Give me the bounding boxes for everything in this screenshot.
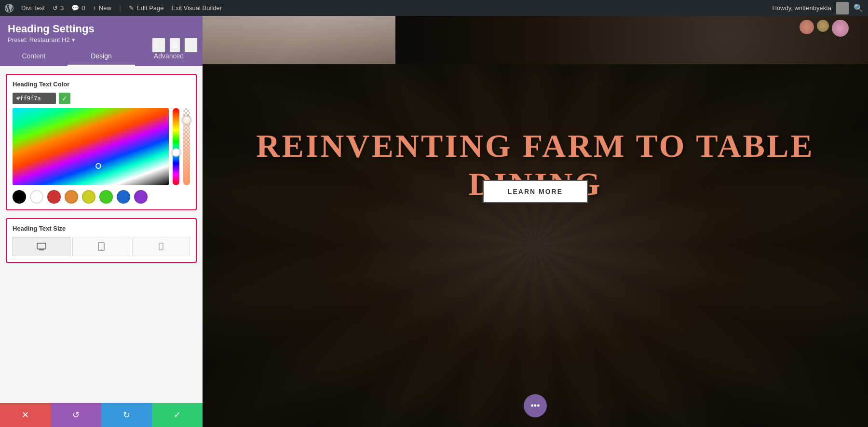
color-area[interactable] xyxy=(13,108,169,185)
hue-slider[interactable] xyxy=(173,108,179,185)
color-hex-row: ✓ xyxy=(13,93,190,104)
site-name[interactable]: Divi Test xyxy=(21,4,45,12)
howdy-text: Howdy, writtenbyekta xyxy=(772,4,831,12)
top-image-left xyxy=(203,16,395,64)
learn-more-button[interactable]: LEARN MORE xyxy=(483,180,588,203)
desktop-icon xyxy=(37,243,46,250)
color-section-label: Heading Text Color xyxy=(13,81,190,88)
edit-page-link[interactable]: ✎ Edit Page xyxy=(129,4,163,12)
confirm-icon: ✓ xyxy=(174,410,181,420)
panel-body: Heading Text Color ✓ xyxy=(0,74,203,263)
food-item xyxy=(817,20,829,32)
color-picker-row xyxy=(13,108,190,185)
cancel-button[interactable]: ✕ xyxy=(0,403,51,427)
undo-icon: ↺ xyxy=(72,410,80,420)
color-swatches xyxy=(13,190,190,204)
swatch-blue[interactable] xyxy=(117,190,130,204)
admin-bar-right: Howdy, writtenbyekta 🔍 xyxy=(772,2,863,14)
panel-actions: ✕ ↺ ↻ ✓ xyxy=(0,403,203,427)
top-images xyxy=(203,16,868,64)
undo-button[interactable]: ↺ xyxy=(51,403,101,427)
panel-header-icons: ⛶ ⧉ ⋮ xyxy=(152,38,198,53)
wordpress-logo-icon[interactable] xyxy=(5,4,14,13)
tab-content[interactable]: Content xyxy=(0,47,68,66)
panel-header: Heading Settings Preset: Restaurant H2 ▾… xyxy=(0,16,203,47)
fullscreen-button[interactable]: ⛶ xyxy=(152,38,165,53)
cancel-icon: ✕ xyxy=(22,410,29,420)
device-size-buttons xyxy=(13,237,190,256)
panel-title: Heading Settings xyxy=(8,23,195,35)
separator: | xyxy=(119,4,121,13)
pencil-icon: ✎ xyxy=(129,4,134,12)
text-size-section: Heading Text Size xyxy=(6,218,197,263)
exit-builder-button[interactable]: Exit Visual Builder xyxy=(172,4,222,12)
phone-size-button[interactable] xyxy=(132,237,190,256)
opacity-slider[interactable] xyxy=(183,108,190,185)
tablet-icon xyxy=(98,242,105,251)
text-size-label: Heading Text Size xyxy=(13,225,190,232)
preset-chevron-icon: ▾ xyxy=(72,36,75,43)
swatch-orange[interactable] xyxy=(65,190,78,204)
phone-icon xyxy=(159,243,163,250)
bottom-builder-button[interactable]: ••• xyxy=(524,394,547,417)
admin-bar: Divi Test ↺ 3 💬 0 + New | ✎ Edit Page Ex… xyxy=(0,0,868,16)
settings-panel: Heading Settings Preset: Restaurant H2 ▾… xyxy=(0,16,203,427)
top-image-right xyxy=(395,16,868,64)
swatch-white[interactable] xyxy=(30,190,43,204)
color-hex-input[interactable] xyxy=(13,93,56,104)
revisions-link[interactable]: ↺ 3 xyxy=(53,4,64,12)
swatch-purple[interactable] xyxy=(134,190,148,204)
color-confirm-button[interactable]: ✓ xyxy=(59,93,70,104)
hero-background xyxy=(203,64,868,427)
revisions-icon: ↺ xyxy=(53,4,58,12)
svg-point-5 xyxy=(101,249,102,250)
swatch-black[interactable] xyxy=(13,190,26,204)
new-button[interactable]: + New xyxy=(93,4,111,12)
hue-thumb[interactable] xyxy=(172,148,180,157)
opacity-thumb[interactable] xyxy=(182,116,191,124)
color-cursor xyxy=(95,163,101,169)
swatch-red[interactable] xyxy=(47,190,61,204)
desktop-size-button[interactable] xyxy=(13,237,70,256)
svg-point-7 xyxy=(161,248,162,249)
food-item xyxy=(800,20,814,34)
search-icon[interactable]: 🔍 xyxy=(854,3,863,13)
user-avatar xyxy=(836,2,849,14)
plus-icon: + xyxy=(93,4,96,12)
comments-link[interactable]: 💬 0 xyxy=(71,4,85,12)
comments-icon: 💬 xyxy=(71,4,79,12)
tablet-size-button[interactable] xyxy=(72,237,130,256)
tab-design[interactable]: Design xyxy=(68,47,135,66)
confirm-button[interactable]: ✓ xyxy=(152,403,203,427)
swatch-green[interactable] xyxy=(99,190,113,204)
color-gradient-field[interactable] xyxy=(13,108,169,185)
redo-button[interactable]: ↻ xyxy=(101,403,152,427)
dots-icon: ••• xyxy=(531,401,540,411)
main-content: REINVENTING FARM TO TABLE DINING LEARN M… xyxy=(0,16,868,427)
color-section: Heading Text Color ✓ xyxy=(6,74,197,210)
food-item xyxy=(832,20,849,37)
swatch-yellow[interactable] xyxy=(82,190,95,204)
svg-rect-0 xyxy=(37,243,46,249)
redo-icon: ↻ xyxy=(123,410,130,420)
more-options-button[interactable]: ⋮ xyxy=(184,38,198,53)
split-view-button[interactable]: ⧉ xyxy=(169,38,180,53)
